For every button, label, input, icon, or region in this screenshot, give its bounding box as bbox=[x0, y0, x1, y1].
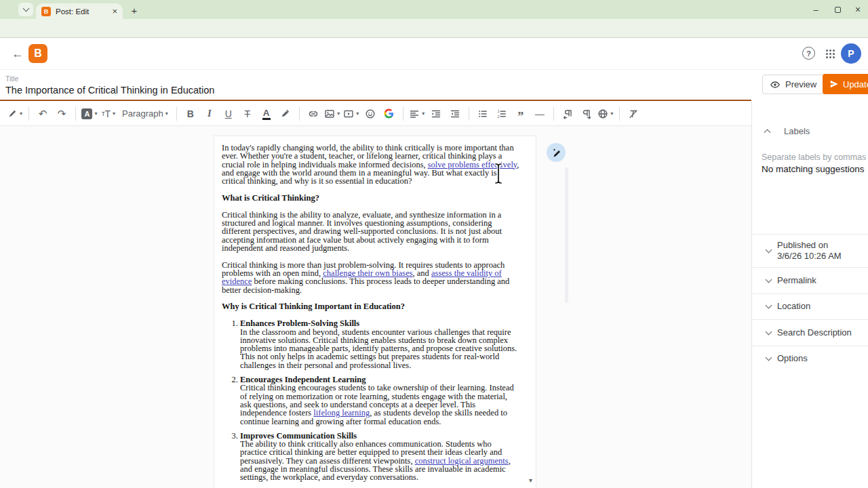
emoji-icon bbox=[365, 108, 376, 119]
labels-suggestion-text: No matching suggestions bbox=[762, 164, 865, 174]
post-body[interactable]: In today's rapidly changing world, the a… bbox=[214, 136, 536, 488]
title-input[interactable]: The Importance of Critical Thinking in E… bbox=[5, 85, 214, 96]
labels-input-placeholder: Separate labels by commas bbox=[762, 152, 866, 162]
sidebar-section-options[interactable]: Options bbox=[752, 346, 868, 372]
window-close-button[interactable]: × bbox=[848, 0, 868, 19]
help-me-write-button[interactable] bbox=[547, 143, 566, 162]
align-left-icon bbox=[409, 108, 420, 119]
bulleted-list-icon bbox=[477, 108, 488, 119]
post-text: Critical thinking is the ability to anal… bbox=[222, 210, 502, 253]
post-numbered-list: Enhances Problem-Solving SkillsIn the cl… bbox=[222, 319, 519, 488]
sidebar-section-search-description[interactable]: Search Description bbox=[752, 319, 868, 346]
help-button[interactable]: ? bbox=[802, 47, 815, 60]
rtl-icon bbox=[581, 108, 592, 119]
bulleted-list-button[interactable] bbox=[475, 105, 491, 123]
font-family-button[interactable]: A▾ bbox=[81, 105, 98, 123]
chevron-down-icon bbox=[765, 328, 772, 335]
page-scrollbar-thumb[interactable] bbox=[565, 167, 568, 303]
toolbar-separator bbox=[176, 107, 177, 121]
list-item-body: The ability to think critically also enh… bbox=[240, 440, 519, 481]
video-icon bbox=[343, 108, 354, 119]
toolbar-separator bbox=[75, 107, 76, 121]
apps-grid-icon bbox=[826, 49, 828, 52]
indent-button[interactable] bbox=[428, 105, 444, 123]
insert-link-button[interactable] bbox=[305, 105, 321, 123]
tab-title: Post: Edit bbox=[56, 7, 107, 16]
highlight-button[interactable] bbox=[277, 105, 294, 123]
chevron-down-icon: ▾ bbox=[94, 110, 97, 117]
window-restore-button[interactable] bbox=[827, 0, 848, 19]
section-label: Options bbox=[777, 353, 808, 365]
quote-button[interactable]: ” bbox=[513, 105, 529, 123]
strikethrough-button[interactable]: T bbox=[239, 105, 256, 123]
italic-button[interactable]: I bbox=[201, 105, 218, 123]
text-color-button[interactable]: A bbox=[258, 105, 275, 123]
font-size-icon: T bbox=[105, 108, 111, 119]
bold-button[interactable]: B bbox=[182, 105, 199, 123]
insert-image-button[interactable]: ▾ bbox=[324, 105, 340, 123]
account-avatar[interactable]: P bbox=[841, 43, 861, 64]
font-size-button[interactable]: тT▾ bbox=[100, 105, 117, 123]
clear-formatting-button[interactable] bbox=[625, 105, 642, 123]
list-item: Improves Communication SkillsThe ability… bbox=[240, 432, 519, 482]
bold-icon: B bbox=[187, 108, 194, 119]
globe-icon bbox=[597, 108, 608, 119]
window-minimize-button[interactable]: – bbox=[806, 0, 826, 19]
font-icon: A bbox=[81, 108, 92, 119]
editor-scroll-down-arrow[interactable]: ▾ bbox=[529, 476, 532, 484]
tab-list-button[interactable] bbox=[18, 3, 33, 16]
underline-icon: U bbox=[225, 108, 232, 119]
toolbar-separator bbox=[299, 107, 300, 121]
insert-video-button[interactable]: ▾ bbox=[343, 105, 359, 123]
chevron-down-icon: ▾ bbox=[610, 110, 613, 117]
ltr-button[interactable] bbox=[559, 105, 576, 123]
compose-mode-button[interactable]: ▾ bbox=[7, 105, 23, 123]
preview-label: Preview bbox=[785, 79, 816, 89]
toolbar-separator bbox=[553, 107, 554, 121]
search-insert-button[interactable] bbox=[381, 105, 397, 123]
labels-section-label: Labels bbox=[784, 126, 810, 136]
horizontal-rule-button[interactable]: — bbox=[532, 105, 548, 123]
blogger-logo[interactable]: B bbox=[28, 44, 47, 63]
paragraph-style-select[interactable]: Paragraph▾ bbox=[119, 105, 171, 123]
send-icon bbox=[829, 79, 839, 89]
title-field-label: Title bbox=[5, 75, 18, 83]
chevron-down-icon bbox=[765, 276, 772, 283]
svg-text:1: 1 bbox=[497, 109, 499, 113]
numbered-list-button[interactable]: 12 bbox=[494, 105, 510, 123]
title-focus-underline bbox=[0, 100, 751, 101]
sidebar-section-location[interactable]: Location bbox=[752, 293, 868, 320]
sidebar-section-labels[interactable]: Labels bbox=[759, 126, 810, 136]
rtl-button[interactable] bbox=[578, 105, 595, 123]
update-label: Update bbox=[843, 79, 868, 89]
sidebar-section-permalink[interactable]: Permalink bbox=[752, 267, 868, 293]
blogger-favicon: B bbox=[41, 7, 51, 16]
link-icon bbox=[308, 108, 319, 119]
translate-button[interactable]: ▾ bbox=[597, 105, 614, 123]
post-editor[interactable]: In today's rapidly changing world, the a… bbox=[214, 136, 536, 488]
outdent-button[interactable] bbox=[447, 105, 463, 123]
post-heading: What is Critical Thinking? bbox=[222, 194, 519, 202]
sidebar-section-published-on[interactable]: Published on3/6/26 10:26 AM bbox=[752, 234, 868, 267]
chevron-down-icon: ▾ bbox=[20, 110, 22, 117]
browser-tab[interactable]: B Post: Edit × bbox=[36, 3, 123, 19]
section-label: Search Description bbox=[777, 327, 852, 339]
highlighter-icon bbox=[280, 108, 290, 119]
underline-button[interactable]: U bbox=[220, 105, 237, 123]
tab-close-icon[interactable]: × bbox=[112, 7, 117, 16]
undo-icon: ↶ bbox=[39, 108, 47, 120]
align-button[interactable]: ▾ bbox=[409, 105, 425, 123]
restore-icon bbox=[835, 7, 841, 13]
blogger-back-button[interactable]: ← bbox=[9, 46, 26, 62]
google-apps-button[interactable] bbox=[826, 49, 835, 59]
redo-icon: ↷ bbox=[58, 108, 66, 120]
preview-button-main[interactable]: Preview bbox=[763, 75, 823, 94]
text-color-icon: A bbox=[263, 108, 270, 120]
undo-button[interactable]: ↶ bbox=[35, 105, 51, 123]
insert-emoji-button[interactable] bbox=[362, 105, 378, 123]
post-paragraph: Critical thinking is the ability to anal… bbox=[222, 211, 519, 252]
update-button[interactable]: Update bbox=[823, 74, 868, 94]
new-tab-button[interactable]: + bbox=[126, 3, 142, 17]
numbered-list-icon: 12 bbox=[496, 108, 507, 119]
redo-button[interactable]: ↷ bbox=[54, 105, 70, 123]
